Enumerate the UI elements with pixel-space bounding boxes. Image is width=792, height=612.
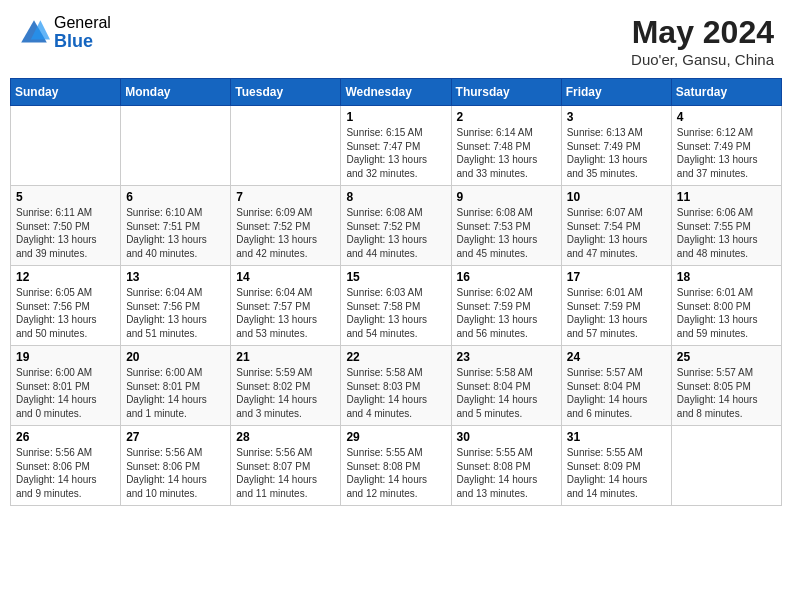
day-number: 21 xyxy=(236,350,335,364)
page-header: General Blue May 2024 Duo'er, Gansu, Chi… xyxy=(10,10,782,72)
day-info: Sunrise: 6:09 AMSunset: 7:52 PMDaylight:… xyxy=(236,206,335,260)
calendar-cell: 31Sunrise: 5:55 AMSunset: 8:09 PMDayligh… xyxy=(561,426,671,506)
day-info: Sunrise: 6:07 AMSunset: 7:54 PMDaylight:… xyxy=(567,206,666,260)
day-info: Sunrise: 6:06 AMSunset: 7:55 PMDaylight:… xyxy=(677,206,776,260)
month-year: May 2024 xyxy=(631,14,774,51)
calendar-cell: 30Sunrise: 5:55 AMSunset: 8:08 PMDayligh… xyxy=(451,426,561,506)
day-number: 20 xyxy=(126,350,225,364)
calendar-cell: 27Sunrise: 5:56 AMSunset: 8:06 PMDayligh… xyxy=(121,426,231,506)
day-number: 17 xyxy=(567,270,666,284)
day-info: Sunrise: 6:12 AMSunset: 7:49 PMDaylight:… xyxy=(677,126,776,180)
calendar-cell: 26Sunrise: 5:56 AMSunset: 8:06 PMDayligh… xyxy=(11,426,121,506)
day-info: Sunrise: 5:55 AMSunset: 8:08 PMDaylight:… xyxy=(346,446,445,500)
day-info: Sunrise: 6:04 AMSunset: 7:57 PMDaylight:… xyxy=(236,286,335,340)
day-info: Sunrise: 5:58 AMSunset: 8:04 PMDaylight:… xyxy=(457,366,556,420)
day-number: 27 xyxy=(126,430,225,444)
day-number: 31 xyxy=(567,430,666,444)
weekday-header-thursday: Thursday xyxy=(451,79,561,106)
calendar-cell: 8Sunrise: 6:08 AMSunset: 7:52 PMDaylight… xyxy=(341,186,451,266)
calendar-cell: 21Sunrise: 5:59 AMSunset: 8:02 PMDayligh… xyxy=(231,346,341,426)
weekday-header-wednesday: Wednesday xyxy=(341,79,451,106)
day-number: 29 xyxy=(346,430,445,444)
calendar-cell: 22Sunrise: 5:58 AMSunset: 8:03 PMDayligh… xyxy=(341,346,451,426)
day-number: 11 xyxy=(677,190,776,204)
title-block: May 2024 Duo'er, Gansu, China xyxy=(631,14,774,68)
calendar-cell: 11Sunrise: 6:06 AMSunset: 7:55 PMDayligh… xyxy=(671,186,781,266)
calendar-cell: 28Sunrise: 5:56 AMSunset: 8:07 PMDayligh… xyxy=(231,426,341,506)
day-number: 2 xyxy=(457,110,556,124)
calendar-week-row: 19Sunrise: 6:00 AMSunset: 8:01 PMDayligh… xyxy=(11,346,782,426)
day-number: 10 xyxy=(567,190,666,204)
day-number: 1 xyxy=(346,110,445,124)
day-info: Sunrise: 6:08 AMSunset: 7:52 PMDaylight:… xyxy=(346,206,445,260)
calendar-cell: 16Sunrise: 6:02 AMSunset: 7:59 PMDayligh… xyxy=(451,266,561,346)
day-info: Sunrise: 6:00 AMSunset: 8:01 PMDaylight:… xyxy=(126,366,225,420)
day-number: 28 xyxy=(236,430,335,444)
day-number: 19 xyxy=(16,350,115,364)
day-number: 14 xyxy=(236,270,335,284)
calendar-cell xyxy=(11,106,121,186)
calendar-cell xyxy=(121,106,231,186)
calendar-cell: 19Sunrise: 6:00 AMSunset: 8:01 PMDayligh… xyxy=(11,346,121,426)
day-number: 23 xyxy=(457,350,556,364)
calendar-cell xyxy=(671,426,781,506)
day-number: 12 xyxy=(16,270,115,284)
day-number: 16 xyxy=(457,270,556,284)
day-info: Sunrise: 6:15 AMSunset: 7:47 PMDaylight:… xyxy=(346,126,445,180)
day-number: 6 xyxy=(126,190,225,204)
day-info: Sunrise: 5:57 AMSunset: 8:05 PMDaylight:… xyxy=(677,366,776,420)
day-info: Sunrise: 5:55 AMSunset: 8:09 PMDaylight:… xyxy=(567,446,666,500)
day-info: Sunrise: 6:14 AMSunset: 7:48 PMDaylight:… xyxy=(457,126,556,180)
calendar-cell: 25Sunrise: 5:57 AMSunset: 8:05 PMDayligh… xyxy=(671,346,781,426)
logo-icon xyxy=(18,17,50,49)
day-number: 3 xyxy=(567,110,666,124)
logo-blue: Blue xyxy=(54,32,111,52)
calendar-week-row: 12Sunrise: 6:05 AMSunset: 7:56 PMDayligh… xyxy=(11,266,782,346)
day-number: 25 xyxy=(677,350,776,364)
weekday-header-monday: Monday xyxy=(121,79,231,106)
calendar-cell: 10Sunrise: 6:07 AMSunset: 7:54 PMDayligh… xyxy=(561,186,671,266)
weekday-header-friday: Friday xyxy=(561,79,671,106)
calendar-cell: 20Sunrise: 6:00 AMSunset: 8:01 PMDayligh… xyxy=(121,346,231,426)
calendar-week-row: 1Sunrise: 6:15 AMSunset: 7:47 PMDaylight… xyxy=(11,106,782,186)
calendar-cell: 13Sunrise: 6:04 AMSunset: 7:56 PMDayligh… xyxy=(121,266,231,346)
day-info: Sunrise: 6:03 AMSunset: 7:58 PMDaylight:… xyxy=(346,286,445,340)
day-number: 7 xyxy=(236,190,335,204)
day-number: 8 xyxy=(346,190,445,204)
calendar-cell: 5Sunrise: 6:11 AMSunset: 7:50 PMDaylight… xyxy=(11,186,121,266)
day-info: Sunrise: 5:56 AMSunset: 8:06 PMDaylight:… xyxy=(126,446,225,500)
calendar-cell: 1Sunrise: 6:15 AMSunset: 7:47 PMDaylight… xyxy=(341,106,451,186)
weekday-header-sunday: Sunday xyxy=(11,79,121,106)
calendar-cell: 17Sunrise: 6:01 AMSunset: 7:59 PMDayligh… xyxy=(561,266,671,346)
day-info: Sunrise: 5:59 AMSunset: 8:02 PMDaylight:… xyxy=(236,366,335,420)
day-info: Sunrise: 5:56 AMSunset: 8:07 PMDaylight:… xyxy=(236,446,335,500)
location: Duo'er, Gansu, China xyxy=(631,51,774,68)
calendar-cell: 24Sunrise: 5:57 AMSunset: 8:04 PMDayligh… xyxy=(561,346,671,426)
calendar-week-row: 5Sunrise: 6:11 AMSunset: 7:50 PMDaylight… xyxy=(11,186,782,266)
calendar-week-row: 26Sunrise: 5:56 AMSunset: 8:06 PMDayligh… xyxy=(11,426,782,506)
calendar-cell: 15Sunrise: 6:03 AMSunset: 7:58 PMDayligh… xyxy=(341,266,451,346)
logo-text: General Blue xyxy=(54,14,111,51)
day-info: Sunrise: 6:01 AMSunset: 7:59 PMDaylight:… xyxy=(567,286,666,340)
day-number: 24 xyxy=(567,350,666,364)
calendar-cell: 12Sunrise: 6:05 AMSunset: 7:56 PMDayligh… xyxy=(11,266,121,346)
day-info: Sunrise: 5:56 AMSunset: 8:06 PMDaylight:… xyxy=(16,446,115,500)
logo: General Blue xyxy=(18,14,111,51)
calendar-cell: 7Sunrise: 6:09 AMSunset: 7:52 PMDaylight… xyxy=(231,186,341,266)
day-info: Sunrise: 5:58 AMSunset: 8:03 PMDaylight:… xyxy=(346,366,445,420)
calendar-cell: 14Sunrise: 6:04 AMSunset: 7:57 PMDayligh… xyxy=(231,266,341,346)
day-number: 26 xyxy=(16,430,115,444)
weekday-header-tuesday: Tuesday xyxy=(231,79,341,106)
day-info: Sunrise: 5:57 AMSunset: 8:04 PMDaylight:… xyxy=(567,366,666,420)
calendar-cell xyxy=(231,106,341,186)
calendar-cell: 2Sunrise: 6:14 AMSunset: 7:48 PMDaylight… xyxy=(451,106,561,186)
calendar-cell: 9Sunrise: 6:08 AMSunset: 7:53 PMDaylight… xyxy=(451,186,561,266)
calendar-cell: 29Sunrise: 5:55 AMSunset: 8:08 PMDayligh… xyxy=(341,426,451,506)
day-info: Sunrise: 6:02 AMSunset: 7:59 PMDaylight:… xyxy=(457,286,556,340)
day-info: Sunrise: 6:11 AMSunset: 7:50 PMDaylight:… xyxy=(16,206,115,260)
day-number: 5 xyxy=(16,190,115,204)
weekday-header-saturday: Saturday xyxy=(671,79,781,106)
calendar-cell: 18Sunrise: 6:01 AMSunset: 8:00 PMDayligh… xyxy=(671,266,781,346)
day-number: 22 xyxy=(346,350,445,364)
day-info: Sunrise: 6:08 AMSunset: 7:53 PMDaylight:… xyxy=(457,206,556,260)
